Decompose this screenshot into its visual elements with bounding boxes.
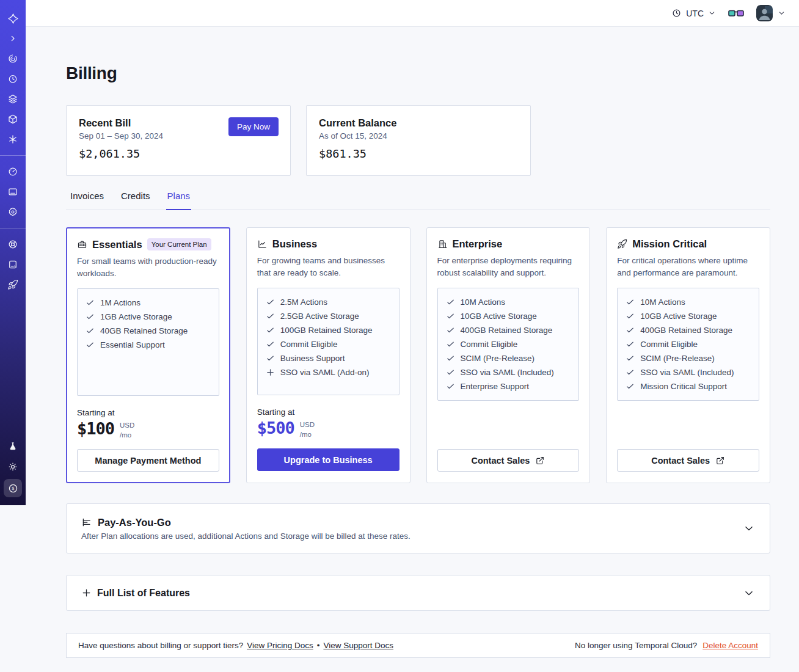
plan-feature: SSO via SAML (Included) [626, 368, 751, 377]
sidebar-item-usage[interactable] [5, 164, 21, 180]
current-plan-badge: Your Current Plan [147, 238, 211, 250]
sidebar-item-billing-panel[interactable] [5, 184, 21, 200]
sidebar-item-nexus[interactable] [5, 111, 21, 127]
price-units: USD /mo [300, 420, 315, 439]
plan-feature-list: 2.5M Actions 2.5GB Active Storage [266, 298, 391, 377]
full-features-title: Full List of Features [97, 588, 190, 599]
payg-title: Pay-As-You-Go [98, 517, 171, 528]
check-icon [446, 340, 455, 349]
tab-plans[interactable]: Plans [166, 191, 192, 210]
plus-icon [266, 368, 275, 377]
tab-credits[interactable]: Credits [120, 191, 151, 210]
plan-feature: Commit Eligible [626, 340, 751, 349]
current-balance-title: Current Balance [319, 117, 518, 129]
plan-feature: 10M Actions [446, 298, 571, 307]
sidebar-item-labs[interactable] [5, 439, 21, 455]
plan-feature-box: 10M Actions 10GB Active Storage [617, 288, 759, 401]
plan-card-mission-critical: Mission Critical For critical operations… [606, 227, 770, 483]
check-icon [446, 312, 455, 321]
check-icon [266, 340, 275, 349]
current-balance-as-of: As of Oct 15, 2024 [319, 131, 518, 141]
current-balance-amount: $861.35 [319, 147, 518, 160]
plan-card-enterprise: Enterprise For enterprise deployments re… [426, 227, 591, 483]
contact-sales-button[interactable]: Contact Sales [617, 449, 759, 472]
rocket-icon [617, 239, 627, 249]
glasses-icon [728, 9, 744, 18]
sidebar-item-getting-started[interactable] [5, 277, 21, 293]
plan-feature-box: 10M Actions 10GB Active Storage [437, 288, 580, 401]
timezone-selector[interactable]: UTC [671, 8, 716, 18]
sidebar-item-theme[interactable] [5, 459, 21, 475]
plan-feature: SSO via SAML (Add-on) [266, 368, 391, 377]
check-icon [86, 298, 95, 307]
dollar-coin-icon: $ [7, 483, 19, 494]
sidebar-item-schedules[interactable] [5, 71, 21, 87]
footer-question: Have questions about billing or support … [78, 641, 243, 650]
plan-feature: SCIM (Pre-Release) [626, 354, 751, 363]
plan-card-essentials: Essentials Your Current Plan For small t… [66, 227, 230, 483]
plan-header: Essentials Your Current Plan [77, 238, 219, 250]
starting-at-label: Starting at [77, 408, 219, 417]
toolbox-icon [77, 239, 87, 250]
plan-feature-list: 10M Actions 10GB Active Storage [626, 298, 751, 391]
line-chart-icon [257, 239, 268, 249]
contact-sales-button[interactable]: Contact Sales [437, 449, 580, 472]
plan-feature: 2.5M Actions [266, 298, 391, 307]
manage-payment-button[interactable]: Manage Payment Method [77, 449, 219, 472]
plan-feature: 10GB Active Storage [626, 312, 751, 321]
delete-account-link[interactable]: Delete Account [702, 641, 758, 650]
check-icon [626, 298, 635, 307]
plan-price: $100 [77, 419, 114, 438]
billing-footer: Have questions about billing or support … [66, 633, 770, 658]
plan-feature-list: 1M Actions 1GB Active Storage [86, 298, 211, 349]
cube-icon [7, 114, 18, 125]
check-icon [446, 382, 455, 391]
tab-invoices[interactable]: Invoices [69, 191, 105, 210]
plan-feature: 10M Actions [626, 298, 751, 307]
plan-price: $500 [257, 418, 294, 437]
sidebar-item-batch[interactable] [5, 131, 21, 147]
chevron-down-icon [778, 9, 786, 17]
bar-chart-icon [81, 517, 92, 528]
delete-prompt: No longer using Temporal Cloud? [575, 641, 697, 650]
full-features-left: Full List of Features [81, 588, 190, 599]
pricing-docs-link[interactable]: View Pricing Docs [247, 641, 313, 650]
check-icon [86, 312, 95, 321]
sidebar-item-support[interactable] [5, 236, 21, 252]
plan-feature-box: 2.5M Actions 2.5GB Active Storage [257, 288, 400, 395]
sidebar-item-expand[interactable] [5, 31, 21, 46]
user-menu[interactable] [756, 5, 786, 21]
chevron-down-icon [708, 9, 716, 17]
sidebar-item-logo[interactable] [5, 10, 21, 26]
clock-icon [671, 8, 682, 18]
plan-feature: Commit Eligible [446, 340, 571, 349]
plan-feature-box: 1M Actions 1GB Active Storage [77, 288, 219, 396]
support-docs-link[interactable]: View Support Docs [323, 641, 393, 650]
plan-header: Business [257, 238, 400, 250]
sidebar-item-namespaces[interactable] [5, 51, 21, 67]
plan-feature: Enterprise Support [446, 382, 571, 391]
footer-right: No longer using Temporal Cloud? Delete A… [575, 641, 758, 650]
gear-icon [7, 206, 18, 217]
sidebar-item-settings[interactable] [5, 204, 21, 220]
sun-icon [7, 461, 18, 472]
preview-mode-toggle[interactable] [728, 9, 744, 18]
sidebar-item-deployments[interactable] [5, 91, 21, 107]
pay-now-button[interactable]: Pay Now [228, 117, 279, 136]
sidebar-item-docs[interactable] [5, 257, 21, 272]
check-icon [626, 354, 635, 363]
payg-accordion[interactable]: Pay-As-You-Go After Plan allocations are… [66, 503, 770, 553]
plan-feature: 40GB Retained Storage [86, 326, 211, 335]
plan-description: For growing teams and businesses that ar… [257, 255, 400, 279]
chevron-right-icon [8, 34, 18, 43]
sidebar-nav-bottom: $ [0, 439, 26, 497]
payg-left: Pay-As-You-Go After Plan allocations are… [81, 517, 410, 541]
plan-feature: 400GB Retained Storage [446, 326, 571, 335]
upgrade-business-button[interactable]: Upgrade to Business [257, 448, 400, 471]
full-features-accordion[interactable]: Full List of Features [66, 575, 770, 611]
check-icon [266, 312, 275, 321]
sidebar-divider [0, 155, 26, 156]
sidebar-item-billing[interactable]: $ [4, 479, 22, 497]
plan-feature: Commit Eligible [266, 340, 391, 349]
check-icon [626, 382, 635, 391]
